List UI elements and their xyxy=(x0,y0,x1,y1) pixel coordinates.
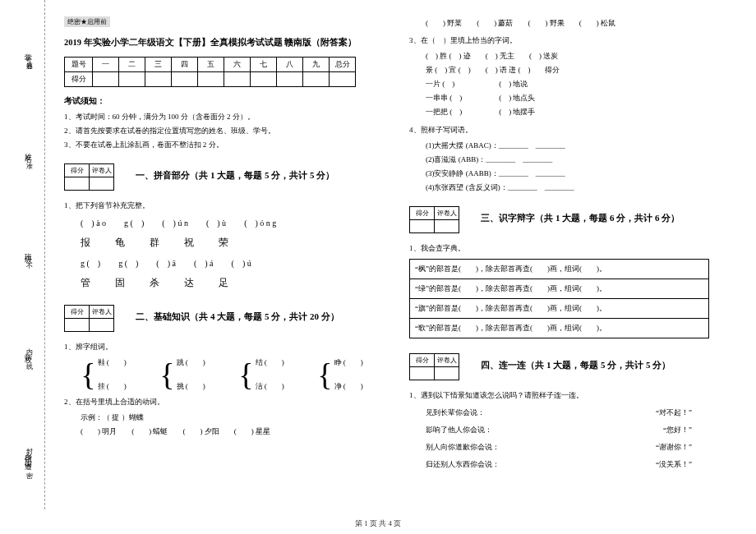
dict-row: “枫”的部首是( )，除去部首再查( )画，组词( )。 xyxy=(410,259,709,279)
grade-box-cell[interactable] xyxy=(90,177,114,191)
binding-label: 乡镇（街道） xyxy=(23,447,34,462)
brace-icon: { xyxy=(238,360,253,389)
q2-3-line: ( ) 胜 ( ) 迹 ( ) 无主 ( ) 送炭 xyxy=(426,49,725,63)
match-left: 见到长辈你会说： xyxy=(426,407,485,418)
binding-label: 姓名 xyxy=(23,147,34,152)
pinyin-cell: g ( ) xyxy=(118,258,138,269)
score-cell[interactable] xyxy=(119,72,145,87)
q2-4-item: (3)安安静静 (AABB)：________ ________ xyxy=(426,167,725,181)
score-cell[interactable] xyxy=(303,72,330,87)
score-th: 题号 xyxy=(65,58,93,72)
match-left: 别人向你道歉你会说： xyxy=(426,442,500,453)
grade-box-cell[interactable] xyxy=(65,177,90,191)
pinyin-cell: g ( ) xyxy=(124,218,144,229)
hanzi-cell: 报 xyxy=(81,236,90,250)
binding-label: 学校 xyxy=(23,348,34,352)
grade-box: 得分评卷人 xyxy=(409,353,459,380)
score-th: 二 xyxy=(119,58,145,72)
score-cell[interactable] xyxy=(93,72,119,87)
pinyin-row: ( ) à o g ( ) ( ) ú n ( ) ù ( ) ó n g xyxy=(64,218,380,229)
brace-word: 洁 ( ) xyxy=(256,381,284,392)
notice-item: 1、考试时间：60 分钟，满分为 100 分（含卷面分 2 分）。 xyxy=(64,110,380,124)
grade-box-h: 得分 xyxy=(410,206,435,219)
pinyin-cell: ( ) á xyxy=(194,258,214,269)
match-left: 归还别人东西你会说： xyxy=(426,459,500,470)
grade-box-h: 得分 xyxy=(65,306,90,319)
score-th: 总分 xyxy=(330,58,356,72)
score-th: 九 xyxy=(303,58,330,72)
score-th: 六 xyxy=(224,58,251,72)
pinyin-cell: ( ) ú xyxy=(232,258,251,269)
brace-row: {鞋 ( )挂 ( ) {跳 ( )挑 ( ) {结 ( )洁 ( ) {睁 (… xyxy=(64,357,380,392)
notice-item: 3、不要在试卷上乱涂乱画，卷面不整洁扣 2 分。 xyxy=(64,138,380,152)
hanzi-cell: 达 xyxy=(184,276,194,290)
doc-title: 2019 年实验小学二年级语文【下册】全真模拟考试试题 赣南版（附答案） xyxy=(64,37,380,48)
score-cell[interactable] xyxy=(145,72,172,87)
dict-row: “旗”的部首是( )，除去部首再查( )画，组词( )。 xyxy=(410,298,709,318)
grade-box: 得分评卷人 xyxy=(64,305,114,332)
brace-word: 跳 ( ) xyxy=(177,357,205,368)
section-2-title: 二、基础知识（共 4 大题，每题 5 分，共计 20 分） xyxy=(136,311,339,323)
section-3-title: 三、识字辩字（共 1 大题，每题 6 分，共计 6 分） xyxy=(481,212,680,224)
grade-box-cell[interactable] xyxy=(435,366,459,380)
q2-3-line: 一片 ( ) ( ) 地说 xyxy=(426,77,725,91)
score-cell[interactable] xyxy=(330,72,356,87)
q2-2: 2、在括号里填上合适的动词。 xyxy=(64,397,380,407)
right-column: ( ) 野菜 ( ) 蘑菇 ( ) 野果 ( ) 松鼠 3、在（ ）里填上恰当的… xyxy=(394,16,740,509)
binding-margin: 学号 题 答 姓名 准 班级 不 内 学校 线 封 乡镇（街道） 密 xyxy=(12,0,45,509)
brace-item: {结 ( )洁 ( ) xyxy=(238,357,284,392)
match-right: “谢谢你！” xyxy=(656,442,692,453)
grade-box-h: 评卷人 xyxy=(435,353,459,366)
notice-head: 考试须知： xyxy=(64,95,380,107)
q2-3: 3、在（ ）里填上恰当的字词。 xyxy=(409,35,725,46)
brace-word: 挂 ( ) xyxy=(98,381,127,392)
q2-3-line: 一把把 ( ) ( ) 地摆手 xyxy=(426,105,725,119)
q2-2-example: 示例：（ 捉 ）蝴蝶 xyxy=(64,411,380,425)
hanzi-cell: 祝 xyxy=(184,236,194,250)
score-cell[interactable] xyxy=(198,72,224,87)
r-line1: ( ) 野菜 ( ) 蘑菇 ( ) 野果 ( ) 松鼠 xyxy=(409,16,725,30)
hanzi-row: 报 龟 群 祝 荣 xyxy=(64,236,380,250)
match-row: 见到长辈你会说：“对不起！” xyxy=(409,407,725,418)
brace-icon: { xyxy=(81,360,95,389)
grade-box-h: 评卷人 xyxy=(90,164,114,177)
match-row: 归还别人东西你会说：“没关系！” xyxy=(409,459,725,470)
grade-box-h: 得分 xyxy=(410,353,435,366)
pinyin-cell: ( ) ó n g xyxy=(244,218,276,229)
section-4-title: 四、连一连（共 1 大题，每题 5 分，共计 5 分） xyxy=(481,359,671,371)
brace-icon: { xyxy=(159,360,174,389)
grade-box-cell[interactable] xyxy=(435,219,459,232)
score-th: 一 xyxy=(93,58,119,72)
brace-word: 鞋 ( ) xyxy=(98,357,127,368)
binding-label: 学号 xyxy=(23,48,34,53)
score-th: 五 xyxy=(198,58,224,72)
pinyin-cell: ( ) ù xyxy=(206,218,226,229)
hanzi-cell: 管 xyxy=(81,276,90,290)
q2-3-line: 景 ( ) 宜 ( ) ( ) 语 迸 ( ) 得分 xyxy=(426,63,725,77)
score-cell[interactable] xyxy=(251,72,277,87)
notice-list: 1、考试时间：60 分钟，满分为 100 分（含卷面分 2 分）。 2、请首先按… xyxy=(64,110,380,152)
notice-item: 2、请首先按要求在试卷的指定位置填写您的姓名、班级、学号。 xyxy=(64,124,380,138)
pinyin-cell: ( ) à o xyxy=(81,218,106,229)
brace-item: {鞋 ( )挂 ( ) xyxy=(81,357,127,392)
score-cell[interactable] xyxy=(277,72,303,87)
pinyin-row: g ( ) g ( ) ( ) ā ( ) á ( ) ú xyxy=(64,258,380,269)
brace-word: 净 ( ) xyxy=(334,381,363,392)
q2-3-line: 一串串 ( ) ( ) 地点头 xyxy=(426,91,725,105)
grade-box-cell[interactable] xyxy=(90,319,114,332)
hanzi-cell: 固 xyxy=(115,276,125,290)
score-cell[interactable] xyxy=(172,72,198,87)
q3-1: 1、我会查字典。 xyxy=(409,243,725,254)
brace-word: 睁 ( ) xyxy=(334,357,363,368)
q2-4-item: (4)东张西望 (含反义词)：________ ________ xyxy=(426,181,725,195)
grade-box-h: 评卷人 xyxy=(90,306,114,319)
left-column: 绝密★启用前 2019 年实验小学二年级语文【下册】全真模拟考试试题 赣南版（附… xyxy=(49,16,394,509)
score-cell[interactable] xyxy=(224,72,251,87)
grade-box-cell[interactable] xyxy=(65,319,90,332)
match-left: 影响了他人你会说： xyxy=(426,425,492,435)
match-right: “没关系！” xyxy=(656,459,692,470)
grade-box-cell[interactable] xyxy=(410,219,435,232)
grade-box-cell[interactable] xyxy=(410,366,435,380)
hanzi-cell: 群 xyxy=(150,236,159,250)
q2-1: 1、辨字组词。 xyxy=(64,342,380,352)
